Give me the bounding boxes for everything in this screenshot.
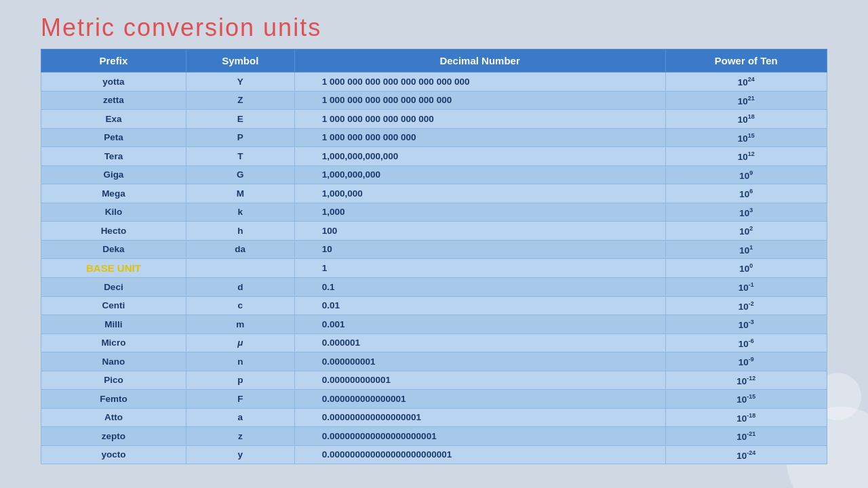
prefix-cell: Mega (41, 184, 186, 203)
prefix-cell: Giga (41, 165, 186, 184)
table-row: BASE UNIT1100 (41, 259, 827, 278)
symbol-cell: d (186, 278, 294, 297)
power-cell: 10-9 (665, 352, 827, 371)
table-row: GigaG1,000,000,000109 (41, 165, 827, 184)
decimal-cell: 1 000 000 000 000 000 (294, 128, 665, 147)
decimal-cell: 1 000 000 000 000 000 000 000 000 (294, 73, 665, 92)
power-cell: 10-24 (665, 445, 827, 464)
table-row: ExaE1 000 000 000 000 000 0001018 (41, 110, 827, 129)
prefix-cell: Milli (41, 315, 186, 334)
table-row: Nanon0.00000000110-9 (41, 352, 827, 371)
decimal-cell: 1,000,000,000,000 (294, 147, 665, 166)
table-row: yottaY1 000 000 000 000 000 000 000 0001… (41, 73, 827, 92)
decimal-cell: 1,000,000 (294, 184, 665, 203)
power-cell: 10-12 (665, 371, 827, 390)
power-cell: 10-3 (665, 315, 827, 334)
table-row: zettaZ1 000 000 000 000 000 000 0001021 (41, 91, 827, 110)
prefix-cell: zepto (41, 427, 186, 446)
table-row: Microμ0.00000110-6 (41, 333, 827, 352)
decimal-cell: 0.1 (294, 278, 665, 297)
decimal-cell: 0.000000000000000000000001 (294, 445, 665, 464)
power-cell: 1021 (665, 91, 827, 110)
symbol-cell (186, 259, 294, 278)
table-row: FemtoF0.00000000000000110-15 (41, 390, 827, 409)
prefix-cell: Hecto (41, 222, 186, 241)
prefix-cell: Kilo (41, 203, 186, 222)
decimal-cell: 1 000 000 000 000 000 000 (294, 110, 665, 129)
power-cell: 10-2 (665, 296, 827, 315)
decimal-cell: 0.000000000001 (294, 371, 665, 390)
symbol-cell: Z (186, 91, 294, 110)
table-row: PetaP1 000 000 000 000 0001015 (41, 128, 827, 147)
table-row: Decid0.110-1 (41, 278, 827, 297)
power-cell: 1018 (665, 110, 827, 129)
table-row: Hectoh100102 (41, 222, 827, 241)
symbol-cell: μ (186, 333, 294, 352)
table-row: Millim0.00110-3 (41, 315, 827, 334)
power-cell: 10-15 (665, 390, 827, 409)
symbol-cell: m (186, 315, 294, 334)
power-cell: 101 (665, 240, 827, 259)
prefix-cell: Micro (41, 333, 186, 352)
power-cell: 106 (665, 184, 827, 203)
prefix-cell: yotta (41, 73, 186, 92)
table-row: Kilok1,000103 (41, 203, 827, 222)
symbol-cell: E (186, 110, 294, 129)
table-row: TeraT1,000,000,000,0001012 (41, 147, 827, 166)
table-row: zeptoz0.00000000000000000000110-21 (41, 427, 827, 446)
table-row: yoctoy0.00000000000000000000000110-24 (41, 445, 827, 464)
decimal-cell: 1,000 (294, 203, 665, 222)
prefix-cell: Centi (41, 296, 186, 315)
symbol-cell: T (186, 147, 294, 166)
prefix-cell: Exa (41, 110, 186, 129)
decimal-cell: 0.01 (294, 296, 665, 315)
col-decimal-header: Decimal Number (294, 49, 665, 73)
prefix-cell: zetta (41, 91, 186, 110)
decimal-cell: 0.000000000000000000001 (294, 427, 665, 446)
conversion-table: Prefix Symbol Decimal Number Power of Te… (41, 49, 827, 464)
decimal-cell: 0.000000000000001 (294, 390, 665, 409)
table-row: Picop0.00000000000110-12 (41, 371, 827, 390)
symbol-cell: c (186, 296, 294, 315)
prefix-cell: yocto (41, 445, 186, 464)
symbol-cell: p (186, 371, 294, 390)
symbol-cell: M (186, 184, 294, 203)
symbol-cell: z (186, 427, 294, 446)
symbol-cell: k (186, 203, 294, 222)
prefix-cell: Tera (41, 147, 186, 166)
table-row: Dekada10101 (41, 240, 827, 259)
power-cell: 10-18 (665, 408, 827, 427)
decimal-cell: 1 000 000 000 000 000 000 000 (294, 91, 665, 110)
decimal-cell: 1 (294, 259, 665, 278)
symbol-cell: Y (186, 73, 294, 92)
power-cell: 102 (665, 222, 827, 241)
decimal-cell: 0.000000001 (294, 352, 665, 371)
power-cell: 100 (665, 259, 827, 278)
power-cell: 1015 (665, 128, 827, 147)
prefix-cell: Femto (41, 390, 186, 409)
prefix-cell: Nano (41, 352, 186, 371)
symbol-cell: G (186, 165, 294, 184)
prefix-cell: Peta (41, 128, 186, 147)
symbol-cell: n (186, 352, 294, 371)
col-power-header: Power of Ten (665, 49, 827, 73)
decimal-cell: 0.000001 (294, 333, 665, 352)
power-cell: 10-21 (665, 427, 827, 446)
decimal-cell: 100 (294, 222, 665, 241)
power-cell: 109 (665, 165, 827, 184)
decimal-cell: 1,000,000,000 (294, 165, 665, 184)
prefix-cell: BASE UNIT (41, 259, 186, 278)
col-symbol-header: Symbol (186, 49, 294, 73)
power-cell: 1024 (665, 73, 827, 92)
page-title: Metric conversion units (41, 14, 827, 42)
power-cell: 103 (665, 203, 827, 222)
symbol-cell: a (186, 408, 294, 427)
decimal-cell: 0.001 (294, 315, 665, 334)
decimal-cell: 10 (294, 240, 665, 259)
symbol-cell: da (186, 240, 294, 259)
power-cell: 1012 (665, 147, 827, 166)
prefix-cell: Deka (41, 240, 186, 259)
prefix-cell: Deci (41, 278, 186, 297)
symbol-cell: P (186, 128, 294, 147)
symbol-cell: y (186, 445, 294, 464)
